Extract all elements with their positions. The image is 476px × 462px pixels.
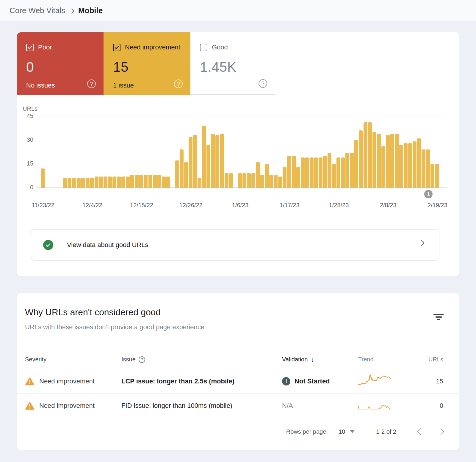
- bar[interactable]: [372, 132, 376, 188]
- bar[interactable]: [211, 134, 215, 188]
- issue-row-fid[interactable]: Need improvement FID issue: longer than …: [17, 394, 459, 418]
- bar[interactable]: [256, 162, 260, 188]
- poor-help-icon[interactable]: ?: [87, 79, 96, 88]
- bar[interactable]: [99, 177, 103, 188]
- bar[interactable]: [104, 177, 107, 188]
- bar[interactable]: [332, 164, 336, 188]
- poor-checkbox-checked-icon[interactable]: [26, 44, 34, 51]
- bar[interactable]: [296, 167, 300, 188]
- bar[interactable]: [287, 156, 291, 188]
- bar[interactable]: [390, 134, 394, 188]
- bar[interactable]: [193, 135, 197, 188]
- bar[interactable]: [359, 130, 363, 188]
- bar[interactable]: [184, 162, 188, 188]
- bar[interactable]: [274, 175, 278, 188]
- bar[interactable]: [269, 175, 273, 188]
- bar[interactable]: [328, 153, 331, 188]
- bar[interactable]: [435, 164, 439, 188]
- bar[interactable]: [395, 134, 399, 188]
- bar[interactable]: [215, 135, 219, 188]
- bar[interactable]: [314, 157, 318, 188]
- bar[interactable]: [220, 134, 224, 188]
- bar[interactable]: [278, 177, 282, 188]
- next-page-button[interactable]: [438, 428, 444, 435]
- bar[interactable]: [81, 178, 85, 188]
- bar[interactable]: [86, 178, 90, 188]
- bar[interactable]: [121, 177, 125, 188]
- bar[interactable]: [251, 173, 255, 188]
- bar[interactable]: [180, 149, 184, 188]
- bar[interactable]: [404, 143, 408, 188]
- bar[interactable]: [153, 175, 157, 188]
- bar[interactable]: [189, 137, 192, 188]
- bar[interactable]: [148, 175, 152, 188]
- bar[interactable]: [260, 175, 264, 188]
- bar[interactable]: [202, 126, 206, 188]
- view-good-urls-banner[interactable]: View data about good URLs: [31, 229, 439, 261]
- bar[interactable]: [229, 173, 233, 188]
- bar[interactable]: [377, 134, 381, 188]
- bar[interactable]: [247, 173, 251, 188]
- bar[interactable]: [166, 177, 170, 188]
- bar[interactable]: [90, 178, 94, 188]
- bar[interactable]: [72, 178, 76, 188]
- bar[interactable]: [157, 175, 161, 188]
- issue-help-icon[interactable]: ?: [139, 356, 145, 363]
- good-help-icon[interactable]: ?: [259, 79, 267, 88]
- bar[interactable]: [242, 173, 246, 188]
- bar[interactable]: [408, 143, 412, 188]
- bar[interactable]: [112, 177, 116, 188]
- column-urls[interactable]: URLs: [418, 356, 443, 363]
- bar[interactable]: [77, 178, 81, 188]
- bar[interactable]: [301, 157, 305, 188]
- rows-per-page-select[interactable]: 10: [339, 428, 355, 435]
- bar[interactable]: [386, 135, 390, 188]
- bar[interactable]: [206, 145, 210, 188]
- bar[interactable]: [354, 140, 358, 188]
- column-issue[interactable]: Issue ?: [121, 356, 282, 363]
- bar[interactable]: [413, 141, 416, 188]
- bar[interactable]: [381, 146, 385, 188]
- bar[interactable]: [162, 177, 166, 188]
- breadcrumb-core-web-vitals[interactable]: Core Web Vitals: [10, 6, 65, 15]
- chart-annotation-marker[interactable]: 1: [424, 190, 433, 198]
- bar[interactable]: [417, 138, 421, 188]
- bar[interactable]: [144, 175, 148, 188]
- bar[interactable]: [310, 157, 314, 188]
- bar[interactable]: [135, 175, 139, 188]
- bar[interactable]: [175, 160, 179, 188]
- previous-page-button[interactable]: [417, 428, 424, 435]
- column-trend[interactable]: Trend: [358, 356, 418, 363]
- bar[interactable]: [319, 157, 322, 188]
- bar[interactable]: [426, 149, 430, 188]
- tab-need-improvement[interactable]: Need improvement 15 1 issue ?: [104, 32, 190, 95]
- need-improvement-checkbox-checked-icon[interactable]: [113, 44, 120, 51]
- bar[interactable]: [198, 178, 201, 188]
- bar[interactable]: [368, 122, 372, 188]
- bar[interactable]: [292, 156, 296, 188]
- bar[interactable]: [139, 175, 143, 188]
- bar[interactable]: [399, 145, 403, 188]
- bar[interactable]: [126, 177, 130, 188]
- bar[interactable]: [305, 157, 309, 188]
- bar[interactable]: [63, 178, 67, 188]
- good-checkbox-unchecked-icon[interactable]: [200, 44, 207, 51]
- issue-row-lcp[interactable]: Need improvement LCP issue: longer than …: [17, 369, 459, 394]
- need-improvement-help-icon[interactable]: ?: [174, 79, 183, 88]
- column-severity[interactable]: Severity: [25, 356, 121, 363]
- tab-good[interactable]: Good 1.45K ?: [190, 32, 275, 95]
- bar[interactable]: [41, 168, 45, 188]
- bar[interactable]: [68, 178, 71, 188]
- column-validation[interactable]: Validation ↓: [282, 356, 358, 363]
- bar[interactable]: [345, 153, 349, 188]
- bar[interactable]: [117, 177, 121, 188]
- bar[interactable]: [350, 153, 354, 188]
- bar[interactable]: [323, 156, 327, 188]
- bar[interactable]: [108, 177, 112, 188]
- bar[interactable]: [422, 149, 425, 188]
- bar[interactable]: [265, 164, 269, 188]
- bar[interactable]: [95, 177, 98, 188]
- bar[interactable]: [430, 164, 434, 188]
- bar[interactable]: [130, 175, 134, 188]
- bar[interactable]: [364, 122, 367, 188]
